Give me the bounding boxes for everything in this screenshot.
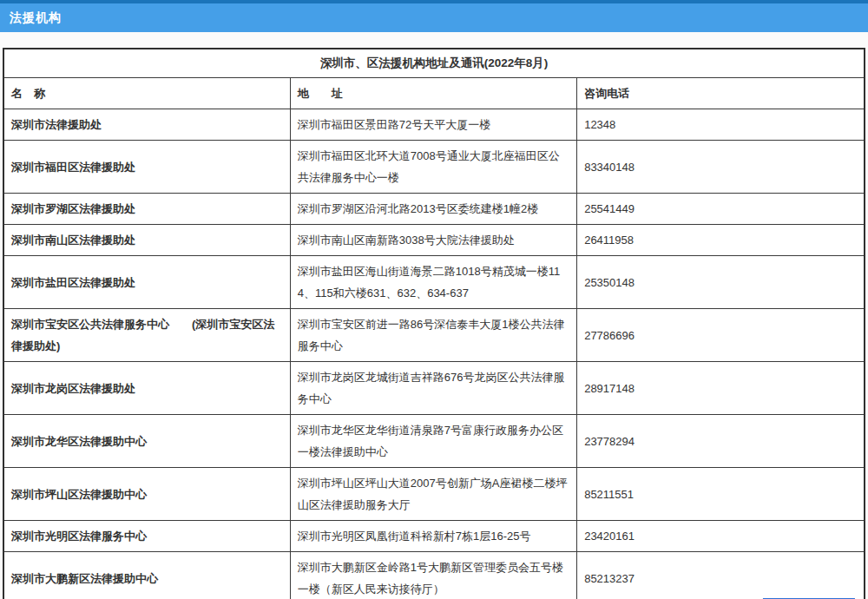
legal-aid-table: 深圳市、区法援机构地址及通讯(2022年8月) 名 称 地 址 咨询电话 深圳市… [3,48,865,599]
institution-name: 深圳市福田区法律援助处 [3,141,290,194]
institution-address: 深圳市南山区南新路3038号大院法律援助处 [290,225,576,256]
institution-address: 深圳市光明区凤凰街道科裕新村7栋1层16-25号 [290,521,576,552]
institution-name: 深圳市法律援助处 [3,109,290,141]
institution-name: 深圳市盐田区法律援助处 [3,256,290,309]
section-header-bar: 法援机构 [0,3,868,32]
section-title: 法援机构 [10,10,62,26]
table-row: 深圳市大鹏新区法律援助中心 深圳市大鹏新区金岭路1号大鹏新区管理委员会五号楼一楼… [3,552,865,599]
institution-name: 深圳市罗湖区法律援助处 [3,194,290,225]
institution-name: 深圳市南山区法律援助处 [3,225,290,256]
institution-address: 深圳市福田区景田路72号天平大厦一楼 [290,109,576,141]
institution-phone: 83340148 [577,141,865,194]
institution-name: 深圳市光明区法律服务中心 [3,521,290,552]
table-row: 深圳市南山区法律援助处 深圳市南山区南新路3038号大院法律援助处 264119… [3,225,865,256]
institution-phone: 85211551 [577,468,865,521]
table-row: 深圳市坪山区法律援助中心 深圳市坪山区坪山大道2007号创新广场A座裙楼二楼坪山… [3,468,865,521]
column-header-address: 地 址 [290,78,576,109]
table-title: 深圳市、区法援机构地址及通讯(2022年8月) [3,49,865,78]
institution-address: 深圳市大鹏新区金岭路1号大鹏新区管理委员会五号楼一楼（新区人民来访接待厅） [290,552,576,599]
institution-address: 深圳市盐田区海山街道海景二路1018号精茂城一楼114、115和六楼631、63… [290,256,576,309]
table-row: 深圳市宝安区公共法律服务中心 (深圳市宝安区法律援助处) 深圳市宝安区前进一路8… [3,309,865,362]
table-container: 深圳市、区法援机构地址及通讯(2022年8月) 名 称 地 址 咨询电话 深圳市… [3,48,865,599]
table-row: 深圳市盐田区法律援助处 深圳市盐田区海山街道海景二路1018号精茂城一楼114、… [3,256,865,309]
institution-name: 深圳市坪山区法律援助中心 [3,468,290,521]
table-row: 深圳市福田区法律援助处 深圳市福田区北环大道7008号通业大厦北座福田区公共法律… [3,141,865,194]
institution-phone: 85213237 [577,552,865,599]
institution-name: 深圳市龙华区法律援助中心 [3,415,290,468]
institution-phone: 12348 [577,109,865,141]
institution-phone: 25541449 [577,194,865,225]
table-row: 深圳市法律援助处 深圳市福田区景田路72号天平大厦一楼 12348 [3,109,865,141]
institution-address: 深圳市龙岗区龙城街道吉祥路676号龙岗区公共法律服务中心 [290,362,576,415]
column-header-phone: 咨询电话 [577,78,865,109]
institution-name: 深圳市宝安区公共法律服务中心 (深圳市宝安区法律援助处) [3,309,290,362]
institution-phone: 26411958 [577,225,865,256]
institution-address: 深圳市龙华区龙华街道清泉路7号富康行政服务办公区一楼法律援助中心 [290,415,576,468]
institution-name: 深圳市大鹏新区法律援助中心 [3,552,290,599]
institution-address: 深圳市宝安区前进一路86号深信泰丰大厦1楼公共法律服务中心 [290,309,576,362]
institution-phone: 25350148 [577,256,865,309]
table-title-row: 深圳市、区法援机构地址及通讯(2022年8月) [3,49,865,78]
institution-address: 深圳市福田区北环大道7008号通业大厦北座福田区公共法律服务中心一楼 [290,141,576,194]
institution-phone: 28917148 [577,362,865,415]
table-row: 深圳市龙岗区法律援助处 深圳市龙岗区龙城街道吉祥路676号龙岗区公共法律服务中心… [3,362,865,415]
table-row: 深圳市罗湖区法律援助处 深圳市罗湖区沿河北路2013号区委统建楼1幢2楼 255… [3,194,865,225]
institution-phone: 23420161 [577,521,865,552]
institution-address: 深圳市坪山区坪山大道2007号创新广场A座裙楼二楼坪山区法律援助服务大厅 [290,468,576,521]
table-row: 深圳市光明区法律服务中心 深圳市光明区凤凰街道科裕新村7栋1层16-25号 23… [3,521,865,552]
institution-address: 深圳市罗湖区沿河北路2013号区委统建楼1幢2楼 [290,194,576,225]
table-body: 深圳市法律援助处 深圳市福田区景田路72号天平大厦一楼 12348 深圳市福田区… [3,109,865,599]
institution-phone: 23778294 [577,415,865,468]
column-header-name: 名 称 [3,78,290,109]
table-column-header-row: 名 称 地 址 咨询电话 [3,78,865,109]
table-row: 深圳市龙华区法律援助中心 深圳市龙华区龙华街道清泉路7号富康行政服务办公区一楼法… [3,415,865,468]
institution-name: 深圳市龙岗区法律援助处 [3,362,290,415]
institution-phone: 27786696 [577,309,865,362]
